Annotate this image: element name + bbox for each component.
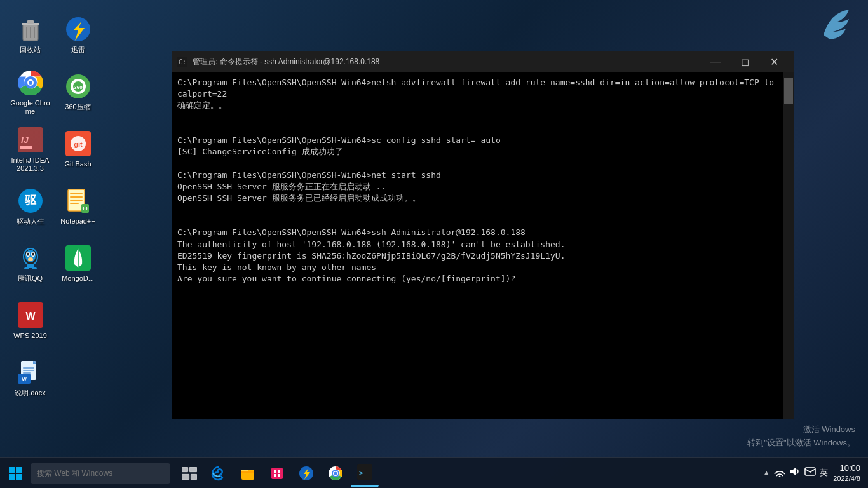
taskbar-xunlei-button[interactable] — [292, 459, 320, 487]
svg-rect-63 — [191, 474, 197, 480]
taskbar-explorer-button[interactable] — [234, 459, 262, 487]
desktop-icon-qq[interactable]: 腾讯QQ — [6, 235, 54, 292]
tray-volume-icon[interactable] — [789, 466, 801, 480]
gitbash-label: Git Bash — [64, 160, 91, 168]
svg-rect-67 — [274, 470, 276, 473]
cmd-output-area[interactable]: C:\Program Files\OpenSSH\OpenSSH-Win64>n… — [172, 72, 794, 419]
tray-lang-label[interactable]: 英 — [820, 467, 828, 478]
desktop-icon-gitbash[interactable]: git Git Bash — [54, 121, 102, 178]
svg-rect-66 — [271, 468, 283, 479]
desktop-icon-chrome[interactable]: Google Chrome — [6, 64, 54, 121]
wps-icon: W — [17, 301, 44, 329]
tray-network-icon[interactable] — [774, 466, 785, 480]
svg-text:git: git — [74, 140, 83, 148]
svg-text:360: 360 — [74, 85, 83, 90]
taskbar-system-tray: ▲ 英 1 — [755, 463, 868, 484]
svg-rect-56 — [9, 467, 15, 473]
intellij-icon: IJ — [17, 126, 44, 154]
svg-rect-58 — [9, 474, 15, 480]
activate-line1: 激活 Windows — [747, 423, 855, 437]
svg-rect-31 — [33, 361, 36, 364]
desktop-icon-360[interactable]: 360 360压缩 — [54, 64, 102, 121]
360-icon: 360 — [64, 72, 92, 100]
svg-rect-59 — [16, 474, 22, 480]
svg-point-79 — [779, 476, 781, 478]
taskbar-sys-icons: ▲ 英 — [763, 466, 828, 480]
taskbar: >_ ▲ — [0, 458, 868, 488]
cmd-window-title: 管理员: 命令提示符 - ssh Administrator@192.168.0… — [193, 57, 696, 67]
svg-rect-34 — [23, 372, 31, 374]
cmd-maximize-button[interactable]: ◻ — [730, 51, 759, 72]
desktop-icons-area: 回收站 Google Chrome IJ — [0, 0, 102, 458]
svg-rect-49 — [70, 200, 83, 201]
svg-rect-32 — [23, 367, 34, 369]
mongo-icon — [64, 244, 92, 272]
taskbar-pinned-items: >_ — [173, 459, 755, 487]
svg-rect-50 — [70, 203, 79, 204]
desktop-icon-recycle[interactable]: 回收站 — [6, 6, 54, 64]
svg-rect-48 — [70, 196, 83, 198]
qq-label: 腾讯QQ — [18, 274, 43, 283]
taskbar-edge-button[interactable] — [205, 459, 233, 487]
taskbar-clock[interactable]: 10:00 2022/4/8 — [833, 463, 860, 484]
svg-rect-33 — [23, 370, 34, 371]
cmd-minimize-button[interactable]: — — [701, 51, 730, 72]
tray-chevron-icon[interactable]: ▲ — [763, 468, 770, 477]
cmd-scrollbar-thumb[interactable] — [784, 78, 793, 104]
taskbar-chrome-button[interactable] — [322, 459, 349, 487]
notepad-label: Notepad++ — [60, 217, 95, 226]
svg-point-10 — [29, 81, 32, 85]
recycle-bin-label: 回收站 — [20, 46, 41, 54]
qq-icon — [17, 244, 44, 272]
svg-rect-68 — [278, 470, 280, 473]
svg-text:W: W — [22, 376, 27, 382]
taskbar-time: 10:00 — [833, 463, 860, 474]
svg-rect-27 — [32, 267, 37, 269]
svg-rect-14 — [18, 127, 43, 152]
desktop-icon-wps[interactable]: W WPS 2019 — [6, 292, 54, 349]
cmd-titlebar: C: 管理员: 命令提示符 - ssh Administrator@192.16… — [172, 51, 794, 72]
cmd-scrollbar[interactable] — [783, 72, 794, 419]
desktop-icon-doc[interactable]: W 说明.docx — [6, 349, 54, 407]
taskbar-task-view-button[interactable] — [175, 459, 203, 487]
top-right-bird-icon — [817, 6, 855, 44]
desktop-icon-mongo[interactable]: MongoD... — [54, 235, 102, 292]
svg-text:C:: C: — [179, 58, 186, 65]
svg-rect-81 — [805, 468, 815, 475]
svg-point-76 — [334, 471, 337, 475]
svg-rect-26 — [24, 267, 29, 269]
cmd-text: C:\Program Files\OpenSSH\OpenSSH-Win64>n… — [177, 77, 789, 285]
svg-text:驱: 驱 — [24, 194, 37, 207]
taskbar-cmd-button[interactable]: >_ — [351, 459, 379, 487]
intellij-label: IntelliJ IDEA 2021.3.3 — [10, 156, 51, 173]
mongo-label: MongoD... — [62, 274, 94, 283]
doc-label: 说明.docx — [15, 389, 45, 397]
svg-rect-60 — [182, 467, 188, 472]
desktop-icon-notepad[interactable]: ++ Notepad++ — [54, 178, 102, 235]
svg-rect-65 — [241, 470, 248, 471]
notepad-icon: ++ — [64, 187, 92, 215]
driver-label: 驱动人生 — [17, 217, 44, 226]
windows-activation-watermark: 激活 Windows 转到"设置"以激活 Windows。 — [747, 423, 855, 450]
taskbar-store-button[interactable] — [263, 459, 291, 487]
svg-rect-62 — [182, 474, 189, 480]
svg-point-24 — [28, 257, 33, 261]
svg-point-22 — [27, 253, 29, 256]
start-button[interactable] — [0, 458, 31, 489]
svg-marker-80 — [790, 468, 796, 475]
tray-message-icon[interactable] — [804, 466, 816, 480]
taskbar-search-input[interactable] — [31, 463, 170, 484]
recycle-bin-icon — [17, 15, 44, 43]
svg-rect-57 — [16, 467, 22, 473]
desktop-icon-xunlei[interactable]: 迅雷 — [54, 6, 102, 64]
desktop-icon-intellij[interactable]: IJ IntelliJ IDEA 2021.3.3 — [6, 121, 54, 178]
desktop-icon-driver[interactable]: 驱 驱动人生 — [6, 178, 54, 235]
svg-rect-2 — [27, 20, 34, 24]
svg-text:++: ++ — [81, 205, 88, 212]
xunlei-label: 迅雷 — [71, 46, 85, 54]
driver-icon: 驱 — [17, 187, 44, 215]
360-label: 360压缩 — [65, 103, 90, 111]
xunlei-icon — [64, 15, 92, 43]
taskbar-date: 2022/4/8 — [833, 474, 860, 484]
cmd-close-button[interactable]: ✕ — [759, 51, 789, 72]
